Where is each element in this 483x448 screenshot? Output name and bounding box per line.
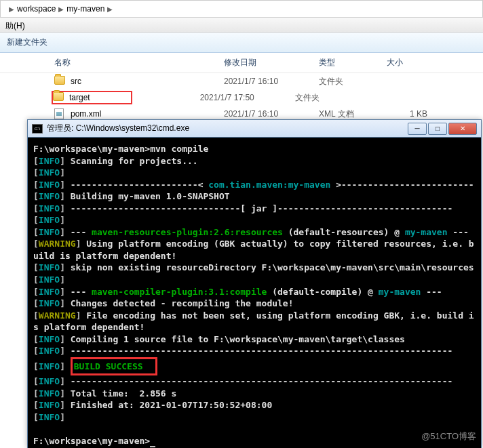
titlebar[interactable]: c:\ 管理员: C:\Windows\system32\cmd.exe ─ □… <box>28 120 481 138</box>
chevron-right-icon: ▶ <box>9 5 14 13</box>
file-size: 1 KB <box>387 109 441 119</box>
window-buttons: ─ □ ✕ <box>408 123 477 135</box>
col-date[interactable]: 修改日期 <box>224 57 319 68</box>
minimize-button[interactable]: ─ <box>408 123 427 135</box>
col-type[interactable]: 类型 <box>319 57 387 68</box>
file-type: 文件夹 <box>319 76 387 87</box>
cmd-icon: c:\ <box>32 124 43 134</box>
cursor <box>150 446 155 447</box>
file-date: 2021/1/7 16:10 <box>224 77 319 86</box>
close-button[interactable]: ✕ <box>448 123 477 135</box>
file-name: pom.xml <box>71 109 224 119</box>
file-row[interactable]: src 2021/1/7 16:10 文件夹 <box>0 73 483 89</box>
menu-help[interactable]: 助(H) <box>5 21 25 30</box>
highlight-box: target <box>52 91 132 104</box>
file-date: 2021/1/7 17:50 <box>200 93 295 102</box>
chevron-right-icon: ▶ <box>107 5 113 13</box>
col-name[interactable]: 名称 <box>54 57 224 68</box>
col-size[interactable]: 大小 <box>387 57 441 68</box>
folder-icon <box>53 92 65 103</box>
menubar: 助(H) <box>0 18 483 33</box>
file-name: src <box>71 77 224 86</box>
new-folder-button[interactable]: 新建文件夹 <box>7 37 47 47</box>
highlight-box: BUILD SUCCESS <box>71 357 157 376</box>
chevron-right-icon: ▶ <box>58 5 64 13</box>
file-type: XML 文档 <box>319 108 387 120</box>
file-type: 文件夹 <box>295 92 363 104</box>
file-row[interactable]: target 2021/1/7 17:50 文件夹 <box>0 89 483 106</box>
file-name: target <box>69 93 90 102</box>
window-title: 管理员: C:\Windows\system32\cmd.exe <box>47 123 408 134</box>
breadcrumb[interactable]: ▶ workspace ▶ my-maven ▶ <box>0 0 483 18</box>
terminal-output[interactable]: F:\workspace\my-maven>mvn compile [INFO]… <box>28 138 481 448</box>
file-date: 2021/1/7 16:10 <box>224 109 319 119</box>
breadcrumb-item[interactable]: my-maven <box>66 4 104 14</box>
terminal-window: c:\ 管理员: C:\Windows\system32\cmd.exe ─ □… <box>27 119 482 448</box>
xml-icon <box>54 108 66 119</box>
maximize-button[interactable]: □ <box>428 123 447 135</box>
file-list: 名称 修改日期 类型 大小 src 2021/1/7 16:10 文件夹 tar… <box>0 53 483 122</box>
breadcrumb-item[interactable]: workspace <box>17 4 56 14</box>
folder-icon <box>54 76 66 87</box>
toolbar: 新建文件夹 <box>0 33 483 53</box>
watermark: @51CTO博客 <box>421 430 476 443</box>
column-headers: 名称 修改日期 类型 大小 <box>0 53 483 73</box>
